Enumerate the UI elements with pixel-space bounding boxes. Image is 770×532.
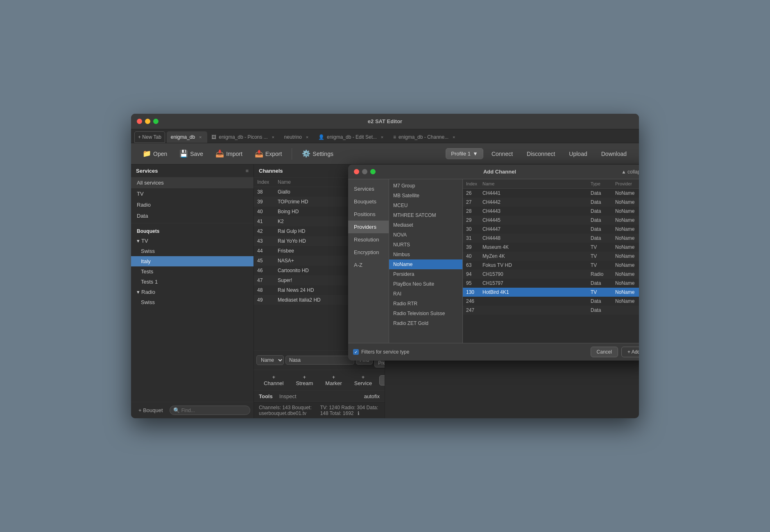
provider-item[interactable]: MCEU (389, 201, 462, 210)
modal-channel-row[interactable]: 39Museum 4KTVNoName (463, 243, 639, 252)
save-button[interactable]: 💾 Save (174, 147, 208, 160)
upload-button[interactable]: Upload (563, 148, 593, 160)
add-confirm-button[interactable]: + Add (621, 347, 639, 357)
provider-item[interactable]: MB Satellite (389, 191, 462, 201)
export-button[interactable]: 📤 Export (250, 147, 287, 160)
modal-nav-services[interactable]: Services (348, 183, 389, 195)
tab-picons[interactable]: 🖼 enigma_db - Picons ... × (207, 131, 280, 143)
modal-channel-row[interactable]: 95CH15797DataNoName (463, 279, 639, 288)
provider-item[interactable]: Nimbus (389, 250, 462, 259)
provider-item[interactable]: Radio Television Suisse (389, 309, 462, 318)
list-icon[interactable]: ≡ (245, 168, 249, 174)
modal-channel-row[interactable]: 40MyZen 4KTVNoName (463, 252, 639, 261)
sidebar-item-radio[interactable]: Radio (131, 199, 254, 210)
download-button[interactable]: Download (596, 148, 632, 160)
provider-item[interactable]: NOVA (389, 230, 462, 240)
minimize-button[interactable] (145, 119, 150, 124)
tab-edit-set[interactable]: 👤 enigma_db - Edit Set... × (314, 131, 389, 143)
sidebar-item-tv[interactable]: TV (131, 188, 254, 199)
modal-collapse-button[interactable]: ▲ collapse (621, 169, 639, 175)
tab-close-4[interactable]: × (451, 134, 457, 140)
modal-nav-encryption[interactable]: Encryption (348, 246, 389, 259)
tab-close-3[interactable]: × (379, 134, 385, 140)
modal-close-button[interactable] (354, 169, 359, 174)
modal-ch-list: 26CH4441DataNoName27CH4442DataNoName28CH… (463, 189, 639, 315)
sidebar-item-tests[interactable]: Tests (131, 266, 254, 277)
add-marker-button[interactable]: + Marker (320, 372, 346, 388)
modal-nav-providers[interactable]: Providers (348, 221, 389, 233)
modal-channel-row[interactable]: 247Data (463, 306, 639, 315)
sidebar-item-swiss[interactable]: Swiss (131, 246, 254, 256)
modal-nav-positions[interactable]: Positions (348, 208, 389, 221)
modal-channel-row[interactable]: 26CH4441DataNoName (463, 189, 639, 198)
provider-item[interactable]: M7 Group (389, 181, 462, 191)
modal-channel-row[interactable]: 63Fokus TV HDTVNoName (463, 261, 639, 270)
provider-item[interactable]: Radio ZET Gold (389, 318, 462, 328)
add-stream-button[interactable]: + Stream (291, 372, 318, 388)
folder-icon: 📁 (143, 149, 151, 158)
find-text-input[interactable] (285, 356, 354, 365)
modal-channel-row[interactable]: 31CH4448DataNoName (463, 234, 639, 243)
add-channel-button[interactable]: + Channel (259, 372, 288, 388)
settings-icon: ⚙️ (302, 149, 310, 158)
modal-minimize-button[interactable] (362, 169, 367, 174)
bottom-toolbar: + Channel + Stream + Marker + Service Re… (254, 370, 385, 390)
close-button[interactable] (137, 119, 142, 124)
tab-close-2[interactable]: × (304, 134, 310, 140)
find-type-select[interactable]: Name Index (256, 355, 284, 365)
modal-channel-row[interactable]: 27CH4442DataNoName (463, 198, 639, 207)
modal-ch-scroll: 26CH4441DataNoName27CH4442DataNoName28CH… (463, 189, 639, 343)
provider-item[interactable]: Mediaset (389, 220, 462, 230)
tab-neutrino[interactable]: neutrino × (280, 131, 314, 143)
settings-button[interactable]: ⚙️ Settings (297, 147, 338, 160)
sidebar-item-data[interactable]: Data (131, 210, 254, 221)
modal-nav-az[interactable]: A-Z (348, 259, 389, 271)
provider-item[interactable]: NURTS (389, 240, 462, 250)
sidebar-find-wrapper[interactable]: 🔍 (170, 406, 250, 415)
provider-item[interactable]: RAI (389, 289, 462, 299)
provider-item[interactable]: MTHREE SATCOM (389, 210, 462, 220)
modal-maximize-button[interactable] (370, 169, 376, 174)
sidebar-item-radio-swiss[interactable]: Swiss (131, 297, 254, 307)
tab-close-1[interactable]: × (270, 134, 276, 140)
open-button[interactable]: 📁 Open (138, 147, 172, 160)
sidebar-item-tests1[interactable]: Tests 1 (131, 277, 254, 287)
profile-button[interactable]: Profile 1 ▼ (446, 148, 483, 159)
modal-channel-row[interactable]: 29CH4445DataNoName (463, 216, 639, 225)
modal-nav-bouquets[interactable]: Bouquets (348, 195, 389, 208)
modal-footer: ✓ Filters for service type Cancel + Add (348, 343, 639, 361)
provider-item[interactable]: Radio RTR (389, 299, 462, 309)
modal-channel-row[interactable]: 246DataNoName (463, 297, 639, 306)
modal-channel-row[interactable]: 28CH4443DataNoName (463, 207, 639, 216)
sidebar-item-all-services[interactable]: All services (131, 177, 254, 188)
sidebar-item-italy[interactable]: Italy (131, 256, 254, 266)
filter-checkbox[interactable]: ✓ Filters for service type (353, 349, 409, 355)
cancel-button[interactable]: Cancel (591, 347, 618, 357)
add-service-button[interactable]: + Service (349, 372, 377, 388)
connect-button[interactable]: Connect (486, 148, 519, 160)
new-tab-button[interactable]: + New Tab (134, 131, 165, 143)
radio-group-parent[interactable]: ▾ Radio (131, 287, 254, 297)
modal-channel-row[interactable]: 94CH15790RadioNoName (463, 270, 639, 279)
modal-nav-resolution[interactable]: Resolution (348, 233, 389, 246)
main-toolbar: 📁 Open 💾 Save 📥 Import 📤 Export ⚙️ Setti… (131, 143, 639, 165)
tab-channel[interactable]: ≡ enigma_db - Channe... × (389, 131, 461, 143)
inspect-tab[interactable]: Inspect (279, 393, 297, 399)
info-icon[interactable]: ℹ (358, 410, 360, 416)
provider-item[interactable]: Persidera (389, 269, 462, 279)
sidebar-find-input[interactable] (181, 408, 247, 413)
provider-item[interactable]: NoName (389, 259, 462, 269)
tab-close-0[interactable]: × (197, 134, 203, 140)
add-bouquet-button[interactable]: + Bouquet (134, 406, 167, 415)
maximize-button[interactable] (153, 119, 159, 124)
tools-tab[interactable]: Tools (259, 393, 273, 399)
autofix-button[interactable]: autofix (364, 393, 380, 399)
disconnect-button[interactable]: Disconnect (521, 148, 561, 160)
modal-channel-row[interactable]: 30CH4447DataNoName (463, 225, 639, 234)
modal-channel-row[interactable]: 130HotBird 4K1TVNoName (463, 288, 639, 297)
reference-button[interactable]: Reference (379, 375, 385, 385)
import-button[interactable]: 📥 Import (211, 147, 247, 160)
tv-group-parent[interactable]: ▾ TV (131, 236, 254, 246)
provider-item[interactable]: PlayBox Neo Suite (389, 279, 462, 289)
tab-enigma-db[interactable]: enigma_db × (167, 131, 207, 143)
